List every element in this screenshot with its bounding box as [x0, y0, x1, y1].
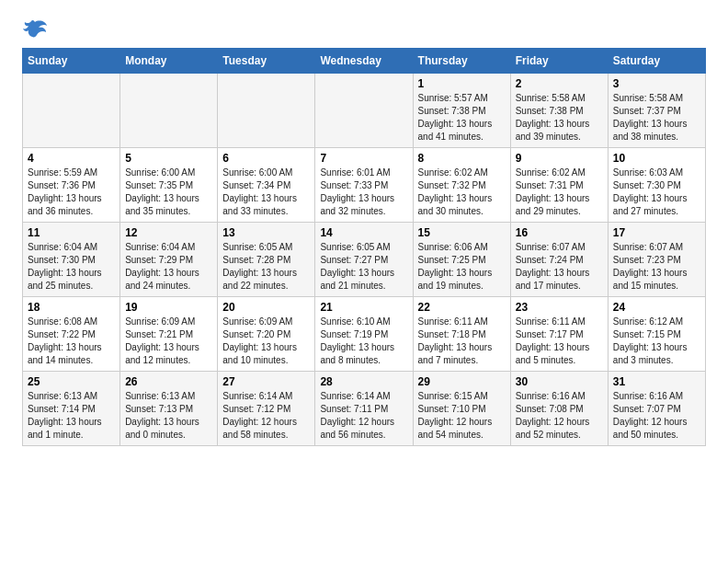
day-info: Sunrise: 5:58 AMSunset: 7:37 PMDaylight:…	[613, 92, 700, 144]
day-number: 24	[613, 301, 700, 314]
day-info: Sunrise: 6:09 AMSunset: 7:21 PMDaylight:…	[125, 316, 212, 367]
calendar-cell: 21Sunrise: 6:10 AMSunset: 7:19 PMDayligh…	[315, 297, 413, 372]
day-info: Sunrise: 6:12 AMSunset: 7:15 PMDaylight:…	[613, 316, 700, 367]
calendar-cell: 7Sunrise: 6:01 AMSunset: 7:33 PMDaylight…	[315, 148, 413, 223]
calendar-cell: 29Sunrise: 6:15 AMSunset: 7:10 PMDayligh…	[413, 372, 510, 446]
calendar-cell: 14Sunrise: 6:05 AMSunset: 7:27 PMDayligh…	[315, 223, 413, 297]
calendar-cell: 18Sunrise: 6:08 AMSunset: 7:22 PMDayligh…	[23, 297, 120, 372]
day-number: 5	[125, 152, 212, 165]
day-info: Sunrise: 6:01 AMSunset: 7:33 PMDaylight:…	[320, 167, 407, 218]
calendar-cell: 30Sunrise: 6:16 AMSunset: 7:08 PMDayligh…	[510, 372, 608, 446]
day-number: 3	[613, 77, 700, 90]
calendar-cell: 27Sunrise: 6:14 AMSunset: 7:12 PMDayligh…	[218, 372, 315, 446]
day-number: 16	[516, 226, 603, 239]
day-number: 4	[28, 152, 115, 165]
day-number: 6	[222, 152, 310, 165]
calendar-cell: 11Sunrise: 6:04 AMSunset: 7:30 PMDayligh…	[23, 223, 120, 297]
day-info: Sunrise: 6:04 AMSunset: 7:30 PMDaylight:…	[28, 241, 115, 293]
calendar-cell	[120, 74, 218, 148]
day-info: Sunrise: 6:02 AMSunset: 7:31 PMDaylight:…	[516, 167, 603, 218]
day-info: Sunrise: 6:10 AMSunset: 7:19 PMDaylight:…	[320, 316, 407, 367]
day-info: Sunrise: 6:05 AMSunset: 7:28 PMDaylight:…	[222, 241, 310, 293]
calendar-cell: 17Sunrise: 6:07 AMSunset: 7:23 PMDayligh…	[608, 223, 705, 297]
calendar-cell: 1Sunrise: 5:57 AMSunset: 7:38 PMDaylight…	[413, 74, 510, 148]
day-info: Sunrise: 6:14 AMSunset: 7:12 PMDaylight:…	[222, 390, 310, 442]
calendar-cell: 4Sunrise: 5:59 AMSunset: 7:36 PMDaylight…	[23, 148, 120, 223]
day-number: 25	[28, 375, 115, 388]
calendar-header: SundayMondayTuesdayWednesdayThursdayFrid…	[23, 49, 706, 74]
calendar-table: SundayMondayTuesdayWednesdayThursdayFrid…	[22, 48, 706, 446]
day-info: Sunrise: 6:00 AMSunset: 7:34 PMDaylight:…	[222, 167, 310, 218]
day-info: Sunrise: 6:02 AMSunset: 7:32 PMDaylight:…	[418, 167, 506, 218]
day-info: Sunrise: 6:04 AMSunset: 7:29 PMDaylight:…	[125, 241, 212, 293]
day-number: 19	[125, 301, 212, 314]
day-info: Sunrise: 6:03 AMSunset: 7:30 PMDaylight:…	[613, 167, 700, 218]
calendar-cell: 15Sunrise: 6:06 AMSunset: 7:25 PMDayligh…	[413, 223, 510, 297]
weekday-header-friday: Friday	[510, 49, 608, 74]
day-number: 27	[222, 375, 310, 388]
calendar-cell: 16Sunrise: 6:07 AMSunset: 7:24 PMDayligh…	[510, 223, 608, 297]
week-row-2: 4Sunrise: 5:59 AMSunset: 7:36 PMDaylight…	[23, 148, 706, 223]
weekday-header-thursday: Thursday	[413, 49, 510, 74]
week-row-5: 25Sunrise: 6:13 AMSunset: 7:14 PMDayligh…	[23, 372, 706, 446]
calendar-cell: 24Sunrise: 6:12 AMSunset: 7:15 PMDayligh…	[608, 297, 705, 372]
day-number: 21	[320, 301, 407, 314]
day-number: 7	[320, 152, 407, 165]
day-info: Sunrise: 6:05 AMSunset: 7:27 PMDaylight:…	[320, 241, 407, 293]
weekday-header-wednesday: Wednesday	[315, 49, 413, 74]
day-number: 14	[320, 226, 407, 239]
day-number: 10	[613, 152, 700, 165]
calendar-cell	[23, 74, 120, 148]
calendar-cell: 19Sunrise: 6:09 AMSunset: 7:21 PMDayligh…	[120, 297, 218, 372]
day-number: 9	[516, 152, 603, 165]
day-info: Sunrise: 6:07 AMSunset: 7:23 PMDaylight:…	[613, 241, 700, 293]
day-info: Sunrise: 6:16 AMSunset: 7:07 PMDaylight:…	[613, 390, 700, 442]
day-number: 26	[125, 375, 212, 388]
day-info: Sunrise: 6:15 AMSunset: 7:10 PMDaylight:…	[418, 390, 506, 442]
day-number: 22	[418, 301, 506, 314]
day-info: Sunrise: 6:08 AMSunset: 7:22 PMDaylight:…	[28, 316, 115, 367]
day-number: 29	[418, 375, 506, 388]
calendar-cell: 8Sunrise: 6:02 AMSunset: 7:32 PMDaylight…	[413, 148, 510, 223]
day-number: 2	[516, 77, 603, 90]
weekday-header-tuesday: Tuesday	[218, 49, 315, 74]
logo	[22, 18, 51, 39]
calendar-cell: 12Sunrise: 6:04 AMSunset: 7:29 PMDayligh…	[120, 223, 218, 297]
day-number: 17	[613, 226, 700, 239]
day-info: Sunrise: 6:14 AMSunset: 7:11 PMDaylight:…	[320, 390, 407, 442]
day-info: Sunrise: 6:16 AMSunset: 7:08 PMDaylight:…	[516, 390, 603, 442]
day-number: 13	[222, 226, 310, 239]
calendar-cell: 28Sunrise: 6:14 AMSunset: 7:11 PMDayligh…	[315, 372, 413, 446]
calendar-cell	[218, 74, 315, 148]
calendar-cell	[315, 74, 413, 148]
week-row-3: 11Sunrise: 6:04 AMSunset: 7:30 PMDayligh…	[23, 223, 706, 297]
day-number: 20	[222, 301, 310, 314]
day-number: 1	[418, 77, 506, 90]
day-number: 23	[516, 301, 603, 314]
day-info: Sunrise: 6:13 AMSunset: 7:14 PMDaylight:…	[28, 390, 115, 442]
weekday-header-monday: Monday	[120, 49, 218, 74]
weekday-header-sunday: Sunday	[23, 49, 120, 74]
calendar-cell: 25Sunrise: 6:13 AMSunset: 7:14 PMDayligh…	[23, 372, 120, 446]
day-info: Sunrise: 5:59 AMSunset: 7:36 PMDaylight:…	[28, 167, 115, 218]
calendar-cell: 9Sunrise: 6:02 AMSunset: 7:31 PMDaylight…	[510, 148, 608, 223]
day-number: 31	[613, 375, 700, 388]
week-row-4: 18Sunrise: 6:08 AMSunset: 7:22 PMDayligh…	[23, 297, 706, 372]
day-number: 18	[28, 301, 115, 314]
day-number: 11	[28, 226, 115, 239]
calendar-cell: 2Sunrise: 5:58 AMSunset: 7:38 PMDaylight…	[510, 74, 608, 148]
day-number: 8	[418, 152, 506, 165]
calendar-cell: 6Sunrise: 6:00 AMSunset: 7:34 PMDaylight…	[218, 148, 315, 223]
day-info: Sunrise: 6:09 AMSunset: 7:20 PMDaylight:…	[222, 316, 310, 367]
calendar-cell: 10Sunrise: 6:03 AMSunset: 7:30 PMDayligh…	[608, 148, 705, 223]
day-number: 28	[320, 375, 407, 388]
calendar-cell: 20Sunrise: 6:09 AMSunset: 7:20 PMDayligh…	[218, 297, 315, 372]
day-number: 30	[516, 375, 603, 388]
calendar-cell: 31Sunrise: 6:16 AMSunset: 7:07 PMDayligh…	[608, 372, 705, 446]
day-info: Sunrise: 6:11 AMSunset: 7:17 PMDaylight:…	[516, 316, 603, 367]
day-number: 12	[125, 226, 212, 239]
calendar-cell: 13Sunrise: 6:05 AMSunset: 7:28 PMDayligh…	[218, 223, 315, 297]
calendar-cell: 3Sunrise: 5:58 AMSunset: 7:37 PMDaylight…	[608, 74, 705, 148]
week-row-1: 1Sunrise: 5:57 AMSunset: 7:38 PMDaylight…	[23, 74, 706, 148]
calendar-cell: 5Sunrise: 6:00 AMSunset: 7:35 PMDaylight…	[120, 148, 218, 223]
